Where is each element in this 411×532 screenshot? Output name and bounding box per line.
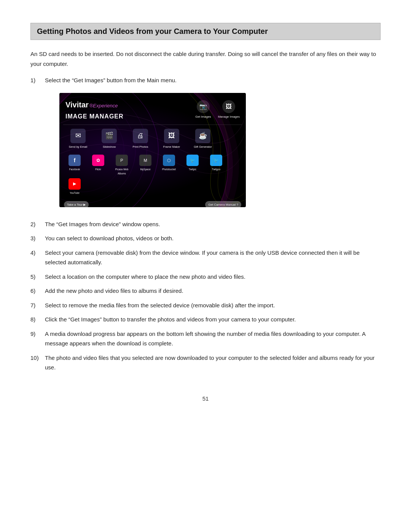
youtube-item: ▶ YouTube <box>64 178 85 195</box>
flickr-item: ✿ Flickr <box>88 155 109 176</box>
slideshow-label: Slideshow <box>103 145 116 150</box>
steps-list: 1) Select the “Get Images” button from t… <box>30 75 381 372</box>
vivitar-header: Vivitar®Experience IMAGE MANAGER 📷 Get I… <box>59 93 246 125</box>
facebook-icon: f <box>68 155 81 166</box>
frame-maker-icon: 🖼 <box>164 129 179 143</box>
step-8-text: Click the “Get Images” button to transfe… <box>45 315 381 324</box>
myspace-icon: M <box>139 155 151 166</box>
take-tour-label: Take a Tour ▶ <box>67 202 86 207</box>
step-2: 2) The “Get Images from device” window o… <box>30 219 381 229</box>
step-5-num: 5) <box>30 272 45 282</box>
take-tour-button[interactable]: Take a Tour ▶ <box>64 201 89 207</box>
youtube-label: YouTube <box>70 191 80 195</box>
print-photos-label: Print Photos <box>133 145 148 150</box>
step-10: 10) The photo and video files that you s… <box>30 353 381 372</box>
youtube-icon: ▶ <box>68 178 81 190</box>
step-9-text: A media download progress bar appears on… <box>45 329 381 348</box>
page-number: 51 <box>30 395 381 402</box>
photobucket-label: Photobucket <box>162 167 176 171</box>
slideshow-item: 🎬 Slideshow <box>95 129 123 150</box>
manage-images-nav: 🖼 Manage Images <box>218 100 240 120</box>
bottom-bar: Take a Tour ▶ Get Camera Manual ? <box>59 198 246 207</box>
print-photos-item: 🖨 Print Photos <box>126 129 155 150</box>
get-images-label: Get Images <box>195 114 211 120</box>
flickr-label: Flickr <box>95 167 101 171</box>
step-9-num: 9) <box>30 329 45 348</box>
step-8-num: 8) <box>30 315 45 324</box>
myspace-label: MySpace <box>140 167 150 171</box>
step-3-text: You can select to download photos, video… <box>45 233 381 243</box>
step-7-text: Select to remove the media files from th… <box>45 300 381 310</box>
gift-generator-item: ☕ Gift Generator <box>189 129 217 150</box>
step-1-num: 1) <box>30 75 45 215</box>
send-by-email-item: ✉ Send by Email <box>64 129 92 150</box>
intro-paragraph: An SD card needs to be inserted. Do not … <box>30 49 381 69</box>
flickr-icon: ✿ <box>92 155 104 166</box>
step-4-num: 4) <box>30 248 45 267</box>
picasa-item: P Picasa Web Albums <box>111 155 132 176</box>
picasa-icon: P <box>116 155 128 166</box>
get-manual-label: Get Camera Manual ? <box>208 202 238 207</box>
step-1-text: Select the “Get Images” button from the … <box>45 75 381 85</box>
picasa-label: Picasa Web Albums <box>111 167 132 176</box>
step-1-content: Select the “Get Images” button from the … <box>45 75 381 215</box>
photobucket-item: ⬡ Photobucket <box>158 155 180 176</box>
social-items-row: f Facebook ✿ Flickr P Picasa Web Albums <box>59 153 246 196</box>
step-2-num: 2) <box>30 219 45 229</box>
step-5-text: Select a location on the computer where … <box>45 272 381 282</box>
get-images-nav: 📷 Get Images <box>195 100 211 120</box>
print-photos-icon: 🖨 <box>133 129 148 143</box>
photobucket-icon: ⬡ <box>163 155 175 166</box>
section-heading: Getting Photos and Videos from your Came… <box>30 23 381 40</box>
vivitar-ui-bg: Vivitar®Experience IMAGE MANAGER 📷 Get I… <box>59 93 246 207</box>
vivitar-logo-text: Vivitar®Experience <box>65 98 124 111</box>
facebook-item: f Facebook <box>64 155 85 176</box>
divider-1 <box>63 125 242 125</box>
twitgoo-label: Twitgoo <box>212 167 220 171</box>
experience-wordmark: ®Experience <box>89 103 118 109</box>
image-manager-label: IMAGE MANAGER <box>65 111 124 121</box>
heading-title: Getting Photos and Videos from your Came… <box>37 27 374 36</box>
twitpic-item: 🐦 Twitpic <box>182 155 203 176</box>
step-6-text: Add the new photo and video files to alb… <box>45 286 381 296</box>
twitgoo-item: 🐦 Twitgoo <box>206 155 227 176</box>
vivitar-screenshot: Vivitar®Experience IMAGE MANAGER 📷 Get I… <box>59 93 246 207</box>
slideshow-icon: 🎬 <box>102 129 117 143</box>
step-2-text: The “Get Images from device” window open… <box>45 219 381 229</box>
twitgoo-icon: 🐦 <box>210 155 222 166</box>
frame-maker-item: 🖼 Frame Maker <box>158 129 186 150</box>
main-items-row: ✉ Send by Email 🎬 Slideshow 🖨 Print Phot… <box>59 125 246 153</box>
send-by-email-label: Send by Email <box>69 145 87 150</box>
step-7-num: 7) <box>30 300 45 310</box>
frame-maker-label: Frame Maker <box>163 145 180 150</box>
get-images-icon: 📷 <box>197 100 210 113</box>
manage-images-label: Manage Images <box>218 114 240 120</box>
svg-point-0 <box>59 93 158 207</box>
gift-generator-icon: ☕ <box>195 129 210 143</box>
svg-point-1 <box>59 93 147 207</box>
step-7: 7) Select to remove the media files from… <box>30 300 381 310</box>
get-manual-button[interactable]: Get Camera Manual ? <box>205 201 241 207</box>
step-8: 8) Click the “Get Images” button to tran… <box>30 315 381 324</box>
vivitar-wordmark: Vivitar <box>65 101 89 109</box>
step-9: 9) A media download progress bar appears… <box>30 329 381 348</box>
step-6: 6) Add the new photo and video files to … <box>30 286 381 296</box>
manage-images-icon: 🖼 <box>222 100 235 113</box>
step-1: 1) Select the “Get Images” button from t… <box>30 75 381 215</box>
twitpic-icon: 🐦 <box>186 155 199 166</box>
svg-point-3 <box>59 108 124 192</box>
vivitar-logo: Vivitar®Experience IMAGE MANAGER <box>65 98 124 121</box>
svg-point-2 <box>59 97 135 203</box>
step-10-text: The photo and video files that you selec… <box>45 353 381 372</box>
facebook-label: Facebook <box>69 167 80 171</box>
header-nav-icons: 📷 Get Images 🖼 Manage Images <box>195 100 240 120</box>
myspace-item: M MySpace <box>135 155 156 176</box>
step-6-num: 6) <box>30 286 45 296</box>
step-3: 3) You can select to download photos, vi… <box>30 233 381 243</box>
gift-generator-label: Gift Generator <box>194 145 212 150</box>
step-5: 5) Select a location on the computer whe… <box>30 272 381 282</box>
send-by-email-icon: ✉ <box>70 129 86 143</box>
twitpic-label: Twitpic <box>189 167 196 171</box>
step-4: 4) Select your camera (removable disk) f… <box>30 248 381 267</box>
step-3-num: 3) <box>30 233 45 243</box>
